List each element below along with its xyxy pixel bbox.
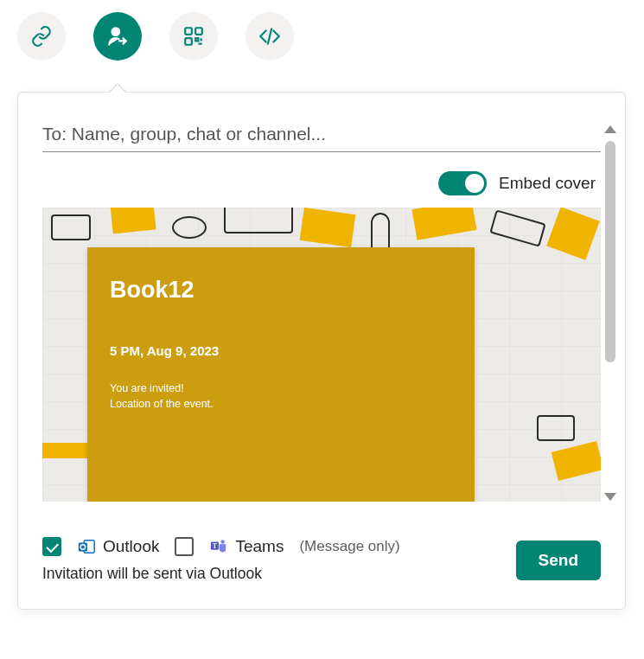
scroll-down[interactable] xyxy=(604,493,616,501)
link-icon xyxy=(30,25,53,48)
send-via-row: Outlook T Teams (Message only) xyxy=(42,537,400,556)
code-icon xyxy=(258,25,281,48)
embed-cover-row: Embed cover xyxy=(42,171,601,195)
teams-label-text: Teams xyxy=(235,537,284,556)
teams-label: T Teams xyxy=(209,537,284,556)
doodle xyxy=(300,208,356,247)
send-via-note: Invitation will be sent via Outlook xyxy=(42,565,400,583)
svg-rect-2 xyxy=(195,28,202,35)
panel-footer: Outlook T Teams (Message only) Invitatio… xyxy=(18,506,625,609)
outlook-label: Outlook xyxy=(77,537,159,556)
doodle xyxy=(172,216,207,239)
svg-rect-3 xyxy=(185,38,192,45)
footer-options: Outlook T Teams (Message only) Invitatio… xyxy=(42,537,400,583)
outlook-icon xyxy=(77,537,96,556)
svg-rect-5 xyxy=(79,542,87,551)
svg-rect-1 xyxy=(185,28,192,35)
message-only-hint: (Message only) xyxy=(299,538,399,555)
share-method-tabs xyxy=(17,12,627,61)
cover-time: 5 PM, Aug 9, 2023 xyxy=(110,343,452,358)
scroll-up[interactable] xyxy=(604,125,616,133)
doodle xyxy=(42,443,92,458)
svg-point-0 xyxy=(112,28,120,35)
to-input[interactable] xyxy=(42,118,601,152)
cover-invited: You are invited! xyxy=(110,381,452,396)
doodle xyxy=(224,208,293,234)
tab-qr[interactable] xyxy=(169,12,218,61)
scrollbar[interactable] xyxy=(605,141,615,362)
doodle xyxy=(51,214,91,240)
person-arrow-icon xyxy=(106,25,129,48)
doodle xyxy=(537,415,575,441)
doodle xyxy=(110,208,156,234)
tab-link[interactable] xyxy=(17,12,66,61)
tab-invite[interactable] xyxy=(93,12,142,61)
svg-text:T: T xyxy=(213,542,217,550)
tab-embed[interactable] xyxy=(245,12,294,61)
qr-icon xyxy=(182,25,205,48)
cover-title: Book12 xyxy=(110,277,452,304)
cover-preview: Book12 5 PM, Aug 9, 2023 You are invited… xyxy=(42,208,601,502)
invite-panel: Embed cover Book12 5 PM, Aug 9, 2023 You… xyxy=(17,92,626,610)
send-button[interactable]: Send xyxy=(516,541,601,580)
cover-location: Location of the event. xyxy=(110,396,452,412)
panel-scroll-area: Embed cover Book12 5 PM, Aug 9, 2023 You… xyxy=(18,93,625,506)
embed-cover-label: Embed cover xyxy=(499,174,596,193)
svg-point-9 xyxy=(221,540,225,543)
teams-checkbox[interactable] xyxy=(175,537,194,556)
embed-cover-toggle[interactable] xyxy=(438,171,487,195)
teams-icon: T xyxy=(209,537,228,556)
outlook-label-text: Outlook xyxy=(103,537,159,556)
cover-card: Book12 5 PM, Aug 9, 2023 You are invited… xyxy=(87,247,475,502)
outlook-checkbox[interactable] xyxy=(42,537,61,556)
